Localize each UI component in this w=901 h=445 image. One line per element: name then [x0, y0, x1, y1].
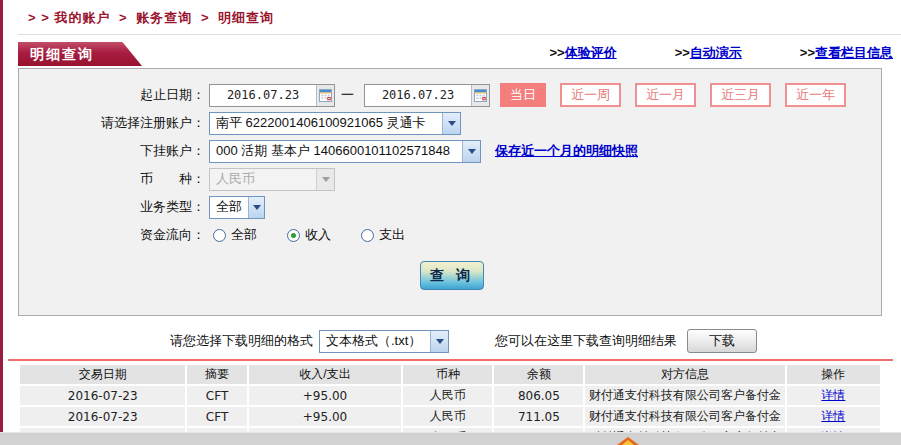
breadcrumb-item-account-query[interactable]: 账务查询 [136, 10, 192, 25]
radio-icon [213, 229, 226, 242]
registered-account-row: 请选择注册账户： 南平 6222001406100921065 灵通卡 [19, 109, 881, 137]
cell-date: 2016-07-23 [20, 407, 185, 426]
col-header-date: 交易日期 [20, 365, 185, 384]
download-format-label: 请您选择下载明细的格式 [170, 332, 313, 350]
currency-select-disabled: 人民币 [209, 168, 335, 191]
tab-detail-query[interactable]: 明细查询 [18, 42, 114, 66]
col-header-currency: 币种 [403, 365, 492, 384]
table-row: 2016-07-23 CFT +95.00 人民币 711.05 财付通支付科技… [20, 407, 880, 426]
cell-balance: 711.05 [494, 407, 583, 426]
cell-counterparty: 财付通支付科技有限公司客户备付金 [585, 407, 784, 426]
link-view-column-info[interactable]: >>查看栏目信息 [800, 44, 893, 62]
cell-action: 详情 [787, 386, 880, 405]
cell-currency: 人民币 [403, 407, 492, 426]
registered-account-value: 南平 6222001406100921065 灵通卡 [210, 114, 442, 132]
cell-summary: CFT [187, 386, 246, 405]
date-to-value: 2016.07.23 [365, 88, 471, 102]
cell-summary: CFT [187, 407, 246, 426]
query-button[interactable]: 查 询 [420, 261, 484, 290]
chevron-down-icon [316, 169, 334, 190]
query-form: 起止日期： 2016.07.23 一 2016.07.23 [18, 68, 882, 316]
chevron-down-icon [248, 197, 264, 218]
breadcrumb-item-detail-query[interactable]: 明细查询 [218, 10, 274, 25]
header-links: >>体验评价 >>自动演示 >>查看栏目信息 [549, 44, 893, 66]
save-snapshot-link[interactable]: 保存近一个月的明细快照 [495, 142, 638, 160]
download-button[interactable]: 下载 [687, 329, 757, 353]
header-divider [18, 34, 901, 35]
sub-account-row: 下挂账户： 000 活期 基本户 1406600101102571848 保存近… [19, 137, 881, 165]
currency-row: 币 种： 人民币 [19, 165, 881, 193]
download-format-select[interactable]: 文本格式（.txt） [319, 330, 449, 353]
download-row: 请您选择下载明细的格式 文本格式（.txt） 您可以在这里下载查询明细结果 下载 [170, 329, 882, 353]
biz-type-value: 全部 [210, 198, 248, 216]
date-from-value: 2016.07.23 [210, 88, 316, 102]
breadcrumb-prefix: > > [28, 10, 50, 25]
sub-account-label: 下挂账户： [19, 142, 205, 160]
pointer-tip-icon [617, 437, 639, 445]
registered-account-label: 请选择注册账户： [19, 114, 205, 132]
link-auto-demo[interactable]: >>自动演示 [675, 44, 742, 62]
col-header-balance: 余额 [494, 365, 583, 384]
chevron-down-icon [442, 113, 460, 134]
radio-icon [287, 229, 300, 242]
chevron-down-icon [430, 331, 448, 352]
breadcrumb: > > 我的账户 > 账务查询 > 明细查询 [0, 0, 901, 27]
col-header-counterparty: 对方信息 [585, 365, 784, 384]
calendar-icon-glyph [474, 89, 487, 102]
breadcrumb-separator: > [119, 10, 128, 25]
radio-flow-expense[interactable]: 支出 [361, 226, 405, 244]
detail-link[interactable]: 详情 [821, 409, 845, 423]
query-button-row: 查 询 [19, 261, 881, 290]
detail-link[interactable]: 详情 [821, 388, 845, 402]
chevron-down-icon [462, 141, 480, 162]
tab-slant-decoration [114, 42, 142, 66]
download-format-value: 文本格式（.txt） [320, 332, 430, 350]
table-top-divider [8, 359, 893, 361]
date-range-label: 起止日期： [19, 86, 205, 104]
breadcrumb-separator: > [201, 10, 210, 25]
col-header-summary: 摘要 [187, 365, 246, 384]
cell-counterparty: 财付通支付科技有限公司客户备付金 [585, 386, 784, 405]
calendar-icon-glyph [319, 89, 332, 102]
col-header-amount: 收入/支出 [249, 365, 402, 384]
cell-action: 详情 [787, 407, 880, 426]
fund-flow-row: 资金流向： 全部 收入 支出 [19, 221, 881, 249]
download-hint: 您可以在这里下载查询明细结果 [495, 332, 677, 350]
date-range-dash: 一 [341, 86, 354, 104]
date-range-row: 起止日期： 2016.07.23 一 2016.07.23 [19, 81, 881, 109]
sub-account-value: 000 活期 基本户 1406600101102571848 [210, 142, 462, 160]
currency-value: 人民币 [210, 170, 316, 188]
radio-flow-all[interactable]: 全部 [213, 226, 257, 244]
fund-flow-radio-group: 全部 收入 支出 [213, 226, 435, 244]
biz-type-label: 业务类型： [19, 198, 205, 216]
date-from-input[interactable]: 2016.07.23 [209, 84, 335, 107]
cell-date: 2016-07-23 [20, 386, 185, 405]
quick-range-3months-button[interactable]: 近三月 [710, 83, 771, 107]
link-experience-rating[interactable]: >>体验评价 [549, 44, 616, 62]
quick-range-today-button[interactable]: 当日 [500, 83, 546, 107]
registered-account-select[interactable]: 南平 6222001406100921065 灵通卡 [209, 112, 461, 135]
table-row: 2016-07-23 CFT +95.00 人民币 806.05 财付通支付科技… [20, 386, 880, 405]
cell-amount: +95.00 [249, 386, 402, 405]
detail-query-page: > > 我的账户 > 账务查询 > 明细查询 明细查询 >>体验评价 >>自动演… [0, 0, 901, 445]
currency-label: 币 种： [19, 170, 205, 188]
table-header-row: 交易日期 摘要 收入/支出 币种 余额 对方信息 操作 [20, 365, 880, 384]
sub-account-select[interactable]: 000 活期 基本户 1406600101102571848 [209, 140, 481, 163]
quick-range-month-button[interactable]: 近一月 [635, 83, 696, 107]
quick-range-week-button[interactable]: 近一周 [560, 83, 621, 107]
biz-type-row: 业务类型： 全部 [19, 193, 881, 221]
col-header-action: 操作 [787, 365, 880, 384]
cell-balance: 806.05 [494, 386, 583, 405]
date-to-input[interactable]: 2016.07.23 [364, 84, 490, 107]
biz-type-select[interactable]: 全部 [209, 196, 265, 219]
tab-row: 明细查询 >>体验评价 >>自动演示 >>查看栏目信息 [18, 41, 893, 66]
left-accent-strip [0, 0, 3, 432]
bottom-scrollbar-strip[interactable] [0, 432, 901, 445]
radio-flow-income[interactable]: 收入 [287, 226, 331, 244]
radio-icon [361, 229, 374, 242]
quick-range-year-button[interactable]: 近一年 [785, 83, 846, 107]
calendar-icon[interactable] [316, 85, 334, 106]
breadcrumb-item-my-account[interactable]: 我的账户 [54, 10, 110, 25]
cell-amount: +95.00 [249, 407, 402, 426]
calendar-icon[interactable] [471, 85, 489, 106]
